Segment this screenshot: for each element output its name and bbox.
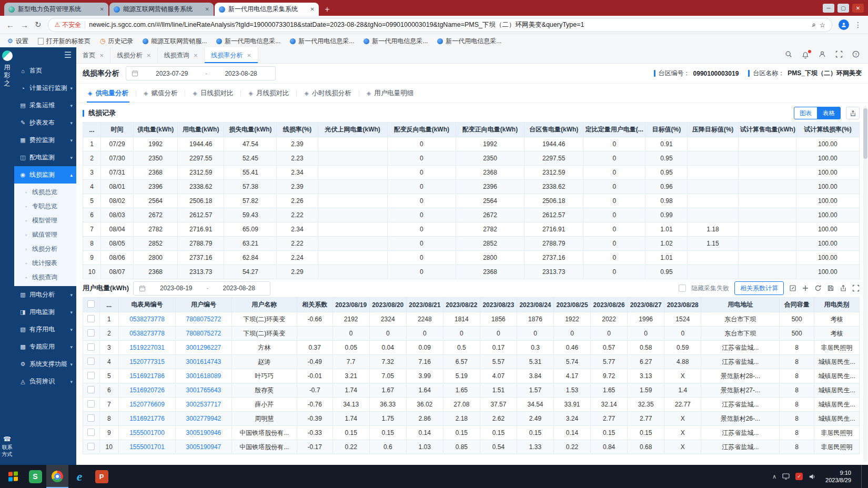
tab-close-icon[interactable]: ✕: [205, 6, 209, 12]
bell-icon[interactable]: [802, 52, 809, 59]
meter-id-link[interactable]: 1519227031: [118, 341, 175, 355]
bookmark-item[interactable]: 能源互联网营销服...: [143, 37, 207, 46]
security-warning[interactable]: ⚠ 不安全: [55, 21, 82, 29]
row-checkbox[interactable]: [87, 372, 95, 379]
user-id-link[interactable]: 3001618089: [176, 369, 231, 383]
resize-icon[interactable]: [789, 284, 796, 292]
address-bar[interactable]: ⚠ 不安全 neweic.js.sgcc.com.cn/#/llm/line/L…: [48, 18, 832, 32]
subtab[interactable]: ◈用户电量明细: [359, 84, 421, 103]
sidebar-subitem[interactable]: ▫专职总览: [14, 199, 76, 214]
sidebar-item[interactable]: ◬负荷辨识▾: [14, 373, 76, 390]
bookmark-item[interactable]: 新一代用电信息采...: [290, 37, 354, 46]
sidebar-item[interactable]: ◔计量运行监测▾: [14, 79, 76, 97]
tab-close-icon[interactable]: ✕: [310, 6, 315, 12]
sidebar-subitem[interactable]: ▫线损总览: [14, 185, 76, 199]
select-all-checkbox[interactable]: [87, 300, 95, 308]
contact-label[interactable]: 联系方式: [1, 444, 14, 458]
browser-menu-icon[interactable]: ⋮: [854, 21, 862, 29]
row-checkbox[interactable]: [87, 443, 95, 450]
forward-icon[interactable]: →: [21, 21, 28, 29]
display-icon[interactable]: [782, 473, 790, 480]
close-icon[interactable]: ✕: [247, 53, 251, 58]
meter-id-link[interactable]: 1516921776: [118, 412, 175, 426]
close-icon[interactable]: ✕: [146, 53, 150, 58]
user-date-range-picker[interactable]: 2023-08-19 - 2023-08-28: [133, 281, 270, 296]
save-icon[interactable]: [827, 284, 834, 292]
main-date-range-picker[interactable]: 2023-07-29 - 2023-08-28: [126, 66, 276, 80]
taskbar-clock[interactable]: 9:10 2023/8/29: [821, 469, 855, 484]
chrome-taskbar-button[interactable]: [46, 465, 68, 488]
sidebar-item[interactable]: ▥用电分析▾: [14, 286, 76, 303]
close-button[interactable]: ✕: [852, 4, 864, 13]
start-button[interactable]: [2, 465, 24, 488]
subtab[interactable]: ◈月线损对比: [241, 84, 296, 103]
sidebar-item[interactable]: ⚙系统支撑功能▾: [14, 355, 76, 373]
sidebar-item[interactable]: ▧有序用电▾: [14, 321, 76, 338]
hide-failed-checkbox[interactable]: [679, 284, 686, 292]
browser-tab[interactable]: 新型电力负荷管理系统✕: [4, 3, 108, 16]
workspace-tab[interactable]: 线损率分析✕: [205, 47, 258, 63]
meter-id-link[interactable]: 1555001701: [118, 440, 175, 454]
export-icon[interactable]: [840, 284, 847, 292]
workspace-tab[interactable]: 首页✕: [76, 47, 110, 63]
sidebar-subitem[interactable]: ▫模型管理: [14, 214, 76, 228]
export-icon[interactable]: [846, 107, 860, 119]
sidebar-subitem[interactable]: ▫统计报表: [14, 256, 76, 270]
user-id-link[interactable]: 3002537717: [176, 398, 231, 412]
fullscreen-icon[interactable]: [835, 50, 843, 60]
sidebar-item[interactable]: ⌂首页: [14, 62, 76, 79]
meter-id-link[interactable]: 1516920726: [118, 383, 175, 398]
subtab[interactable]: ◈小时线损分析: [297, 84, 358, 103]
bookmark-item[interactable]: 新一代用电信息采...: [216, 37, 280, 46]
row-checkbox[interactable]: [87, 329, 95, 337]
user-id-link[interactable]: 3001296227: [176, 341, 231, 355]
sidebar-item[interactable]: ▤采集运维▾: [14, 97, 76, 114]
refresh-icon[interactable]: [814, 284, 822, 292]
meter-id-link[interactable]: 1520776609: [118, 398, 175, 412]
end-date-value[interactable]: 2023-08-28: [214, 284, 265, 292]
start-date-value[interactable]: 2023-07-29: [143, 70, 200, 77]
powerpoint-taskbar-button[interactable]: P: [90, 465, 113, 488]
user-id-link[interactable]: 3005190946: [176, 426, 231, 440]
row-checkbox[interactable]: [87, 315, 95, 322]
row-checkbox[interactable]: [87, 414, 95, 422]
user-id-link[interactable]: 7808075272: [176, 312, 231, 327]
user-icon[interactable]: [819, 50, 826, 60]
profile-avatar[interactable]: [839, 19, 849, 30]
row-checkbox[interactable]: [87, 386, 95, 393]
bookmark-item[interactable]: 新一代用电信息采...: [364, 37, 428, 46]
row-checkbox[interactable]: [87, 358, 95, 365]
close-icon[interactable]: ✕: [99, 53, 104, 58]
close-icon[interactable]: ✕: [194, 53, 198, 58]
user-id-link[interactable]: 7808075272: [176, 327, 231, 341]
sidebar-item[interactable]: ◫配电监测▾: [14, 149, 76, 166]
add-icon[interactable]: [802, 284, 809, 292]
scrollbar-thumb[interactable]: [863, 108, 867, 159]
new-tab-button[interactable]: +: [320, 3, 335, 16]
browser-tab[interactable]: 能源互联网营销服务系统✕: [109, 3, 214, 16]
bookmark-item[interactable]: 新一代用电信息采...: [437, 37, 501, 46]
security-tray-icon[interactable]: ✓: [795, 473, 803, 480]
sidebar-item[interactable]: ▩专题应用▾: [14, 338, 76, 355]
search-icon[interactable]: [785, 50, 792, 60]
user-id-link[interactable]: 3002779942: [176, 412, 231, 426]
subtab[interactable]: ◈供电量分析: [80, 84, 136, 103]
ie-taskbar-button[interactable]: e: [68, 465, 90, 488]
table-view-button[interactable]: 表格: [817, 107, 841, 119]
end-date-value[interactable]: 2023-08-28: [212, 70, 269, 77]
chart-view-button[interactable]: 图表: [794, 107, 817, 119]
bookmark-item[interactable]: 打开新的标签页: [38, 37, 90, 46]
meter-id-link[interactable]: 0538273778: [118, 312, 175, 327]
reload-icon[interactable]: ↻: [35, 20, 42, 29]
subtab[interactable]: ◈日线损对比: [185, 84, 240, 103]
tab-close-icon[interactable]: ✕: [100, 6, 104, 12]
help-icon[interactable]: ?: [852, 50, 860, 60]
scrollbar-track[interactable]: [863, 106, 867, 462]
user-id-link[interactable]: 3001765643: [176, 383, 231, 398]
back-icon[interactable]: ←: [6, 21, 14, 29]
sidebar-subitem[interactable]: ▫线损分析: [14, 242, 76, 256]
meter-id-link[interactable]: 1520777315: [118, 355, 175, 369]
maximize-button[interactable]: ▢: [837, 4, 849, 13]
start-date-value[interactable]: 2023-08-19: [150, 284, 201, 292]
user-id-link[interactable]: 3005190947: [176, 440, 231, 454]
